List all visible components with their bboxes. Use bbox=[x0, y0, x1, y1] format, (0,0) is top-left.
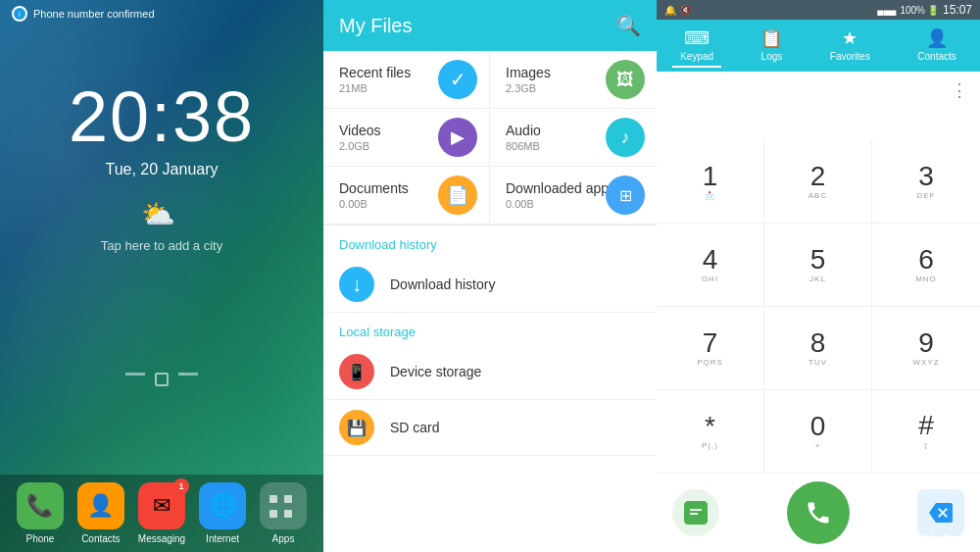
key-7[interactable]: 7 PQRS bbox=[657, 307, 764, 390]
lock-status-text: Phone number confirmed bbox=[33, 8, 155, 20]
key-7-sub: PQRS bbox=[697, 358, 723, 367]
key-hash[interactable]: # ↕ bbox=[872, 390, 980, 474]
key-2-main: 2 bbox=[810, 163, 826, 190]
sd-card-item[interactable]: 💾 SD card bbox=[323, 400, 657, 456]
favorites-tab-icon: ★ bbox=[842, 27, 858, 49]
file-recent[interactable]: Recent files 21MB ✓ bbox=[323, 51, 490, 109]
favorites-tab-label: Favorites bbox=[830, 51, 870, 62]
logs-tab-icon: 📋 bbox=[760, 27, 782, 49]
tab-contacts[interactable]: 👤 Contacts bbox=[909, 24, 963, 68]
images-icon: 🖼 bbox=[606, 60, 645, 99]
messaging-icon: ✉ 1 bbox=[138, 482, 185, 529]
key-4-main: 4 bbox=[703, 246, 718, 274]
more-options-icon[interactable]: ⋮ bbox=[951, 79, 968, 101]
key-6[interactable]: 6 MNO bbox=[872, 224, 980, 307]
messaging-label: Messaging bbox=[138, 533, 185, 544]
key-0-main: 0 bbox=[810, 413, 826, 440]
key-star-sub: P(,) bbox=[702, 441, 718, 450]
phone-icon: 📞 bbox=[17, 482, 64, 529]
file-downloaded-apps[interactable]: Downloaded apps 0.00B ⊞ bbox=[490, 167, 657, 225]
lock-screen: i Phone number confirmed 20:38 Tue, 20 J… bbox=[0, 0, 323, 552]
key-6-sub: MNO bbox=[915, 275, 937, 283]
dialer-display: ⋮ bbox=[657, 72, 980, 140]
logs-tab-label: Logs bbox=[761, 51, 783, 62]
local-storage-section: Local storage bbox=[323, 313, 657, 344]
key-9-main: 9 bbox=[918, 329, 934, 357]
download-history-icon: ↓ bbox=[339, 267, 374, 302]
recent-icon: ✓ bbox=[438, 60, 477, 99]
key-3-main: 3 bbox=[918, 163, 934, 190]
files-grid: Recent files 21MB ✓ Images 2.3GB 🖼 Video… bbox=[323, 51, 657, 226]
keypad-tab-icon: ⌨ bbox=[684, 27, 710, 49]
sd-card-icon: 💾 bbox=[339, 410, 374, 445]
files-panel: My Files 🔍 Recent files 21MB ✓ Images 2.… bbox=[323, 0, 657, 552]
keypad-tab-label: Keypad bbox=[680, 51, 713, 62]
file-images[interactable]: Images 2.3GB 🖼 bbox=[490, 51, 657, 109]
downloaded-apps-icon: ⊞ bbox=[606, 176, 645, 215]
lock-status-bar: i Phone number confirmed bbox=[0, 0, 323, 27]
app-internet[interactable]: 🌐 Internet bbox=[199, 482, 246, 544]
key-hash-sub: ↕ bbox=[923, 440, 929, 451]
dot-right bbox=[178, 373, 198, 376]
key-8[interactable]: 8 TUV bbox=[764, 307, 872, 390]
contacts-tab-icon: 👤 bbox=[926, 27, 948, 49]
lock-dots bbox=[125, 373, 198, 386]
tab-keypad[interactable]: ⌨ Keypad bbox=[672, 24, 721, 68]
device-storage-name: Device storage bbox=[390, 364, 481, 379]
dialer-tabs: ⌨ Keypad 📋 Logs ★ Favorites 👤 Contacts bbox=[657, 20, 980, 72]
key-1-sub: 📩 bbox=[705, 191, 715, 200]
dialer-keypad: 1 📩 2 ABC 3 DEF 4 GHI 5 JKL 6 MNO 7 PQRS bbox=[657, 140, 980, 474]
add-contact-button[interactable] bbox=[672, 489, 719, 536]
dot-left bbox=[125, 373, 145, 376]
search-icon[interactable]: 🔍 bbox=[616, 14, 641, 37]
key-3[interactable]: 3 DEF bbox=[872, 140, 980, 224]
key-9[interactable]: 9 WXYZ bbox=[872, 307, 980, 390]
tab-favorites[interactable]: ★ Favorites bbox=[822, 24, 878, 68]
contacts-tab-label: Contacts bbox=[917, 51, 956, 62]
docs-icon: 📄 bbox=[438, 176, 477, 215]
key-2-sub: ABC bbox=[808, 191, 827, 200]
key-8-sub: TUV bbox=[808, 358, 827, 367]
battery-info: 100% 🔋 bbox=[900, 5, 939, 16]
tab-logs[interactable]: 📋 Logs bbox=[753, 24, 790, 68]
app-apps[interactable]: Apps bbox=[260, 482, 307, 544]
app-messaging[interactable]: ✉ 1 Messaging bbox=[138, 482, 185, 544]
download-history-name: Download history bbox=[390, 276, 495, 292]
delete-button[interactable] bbox=[917, 489, 964, 536]
lock-city[interactable]: Tap here to add a city bbox=[101, 238, 222, 253]
contacts-label: Contacts bbox=[81, 533, 120, 544]
key-4[interactable]: 4 GHI bbox=[657, 224, 764, 307]
dot-home bbox=[155, 373, 169, 386]
status-right: ▄▄▄ 100% 🔋 15:07 bbox=[877, 3, 972, 17]
apps-label: Apps bbox=[272, 533, 295, 544]
key-star[interactable]: * P(,) bbox=[657, 390, 764, 474]
key-0-sub: + bbox=[815, 441, 821, 450]
download-history-item[interactable]: ↓ Download history bbox=[323, 257, 657, 313]
audio-icon: ♪ bbox=[606, 118, 645, 157]
key-5[interactable]: 5 JKL bbox=[764, 224, 872, 307]
key-7-main: 7 bbox=[703, 329, 718, 357]
key-5-sub: JKL bbox=[809, 275, 826, 283]
device-storage-icon: 📱 bbox=[339, 354, 374, 389]
contacts-icon: 👤 bbox=[77, 482, 124, 529]
key-1[interactable]: 1 📩 bbox=[657, 140, 764, 224]
file-audio[interactable]: Audio 806MB ♪ bbox=[490, 109, 657, 167]
file-videos[interactable]: Videos 2.0GB ▶ bbox=[323, 109, 490, 167]
key-0[interactable]: 0 + bbox=[764, 390, 872, 474]
key-1-main: 1 bbox=[703, 163, 718, 190]
app-contacts[interactable]: 👤 Contacts bbox=[77, 482, 124, 544]
lock-date: Tue, 20 January bbox=[105, 161, 218, 178]
app-phone[interactable]: 📞 Phone bbox=[17, 482, 64, 544]
messaging-badge: 1 bbox=[173, 478, 189, 494]
key-9-sub: WXYZ bbox=[912, 358, 939, 367]
key-2[interactable]: 2 ABC bbox=[764, 140, 872, 224]
device-storage-item[interactable]: 📱 Device storage bbox=[323, 344, 657, 400]
status-left: 🔔 🔇 bbox=[664, 5, 691, 16]
file-documents[interactable]: Documents 0.00B 📄 bbox=[323, 167, 490, 225]
call-button[interactable] bbox=[787, 481, 850, 544]
dialer-panel: 🔔 🔇 ▄▄▄ 100% 🔋 15:07 ⌨ Keypad 📋 Logs ★ F… bbox=[657, 0, 980, 552]
internet-label: Internet bbox=[206, 533, 239, 544]
key-hash-main: # bbox=[918, 412, 934, 439]
key-3-sub: DEF bbox=[917, 191, 936, 200]
key-star-main: * bbox=[705, 413, 715, 440]
